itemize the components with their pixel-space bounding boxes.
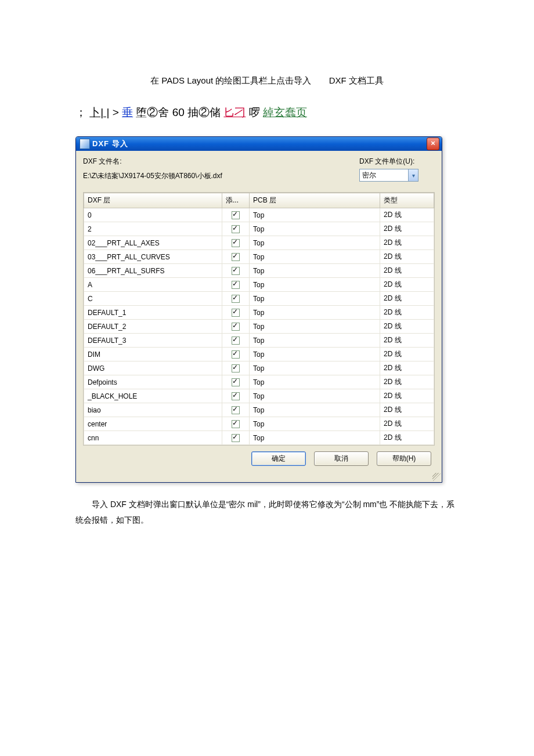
cell-add-checkbox[interactable] [222, 417, 250, 431]
cell-add-checkbox[interactable] [222, 375, 250, 389]
cell-add-checkbox[interactable] [222, 334, 250, 348]
cell-dxf-layer: 0 [84, 208, 222, 222]
col-header-add[interactable]: 添... [222, 193, 250, 208]
checkbox-icon[interactable] [232, 434, 240, 442]
cell-type[interactable]: 2D 线 [380, 375, 434, 389]
table-row[interactable]: 02___PRT_ALL_AXESTop2D 线 [84, 236, 434, 250]
cell-type[interactable]: 2D 线 [380, 222, 434, 236]
cell-type[interactable]: 2D 线 [380, 361, 434, 375]
cell-pcb-layer[interactable]: Top [250, 278, 380, 292]
cell-add-checkbox[interactable] [222, 250, 250, 264]
chevron-down-icon[interactable]: ▾ [408, 169, 418, 181]
ok-button[interactable]: 确定 [251, 451, 306, 466]
table-row[interactable]: 2Top2D 线 [84, 222, 434, 236]
table-row[interactable]: ATop2D 线 [84, 278, 434, 292]
cell-type[interactable]: 2D 线 [380, 250, 434, 264]
table-row[interactable]: 06___PRT_ALL_SURFSTop2D 线 [84, 264, 434, 278]
cell-add-checkbox[interactable] [222, 278, 250, 292]
cell-pcb-layer[interactable]: Top [250, 236, 380, 250]
checkbox-icon[interactable] [232, 267, 240, 275]
cell-pcb-layer[interactable]: Top [250, 361, 380, 375]
checkbox-icon[interactable] [232, 225, 240, 233]
cell-type[interactable]: 2D 线 [380, 334, 434, 348]
checkbox-icon[interactable] [232, 323, 240, 331]
cell-dxf-layer: DEFAULT_3 [84, 334, 222, 348]
checkbox-icon[interactable] [232, 309, 240, 317]
cell-add-checkbox[interactable] [222, 292, 250, 306]
cell-type[interactable]: 2D 线 [380, 320, 434, 334]
cell-add-checkbox[interactable] [222, 348, 250, 361]
cell-pcb-layer[interactable]: Top [250, 208, 380, 222]
cell-pcb-layer[interactable]: Top [250, 417, 380, 431]
table-row[interactable]: DWGTop2D 线 [84, 361, 434, 375]
table-row[interactable]: 0Top2D 线 [84, 208, 434, 222]
close-button[interactable]: × [427, 138, 439, 150]
checkbox-icon[interactable] [232, 364, 240, 372]
cell-type[interactable]: 2D 线 [380, 403, 434, 417]
table-row[interactable]: DEFAULT_3Top2D 线 [84, 334, 434, 348]
checkbox-icon[interactable] [232, 281, 240, 289]
cell-type[interactable]: 2D 线 [380, 417, 434, 431]
cell-add-checkbox[interactable] [222, 361, 250, 375]
cell-type[interactable]: 2D 线 [380, 278, 434, 292]
cell-type[interactable]: 2D 线 [380, 292, 434, 306]
cell-type[interactable]: 2D 线 [380, 236, 434, 250]
unit-combo[interactable]: 密尔 ▾ [359, 169, 418, 182]
table-row[interactable]: DefpointsTop2D 线 [84, 375, 434, 389]
table-row[interactable]: cnnTop2D 线 [84, 431, 434, 445]
col-header-dxf[interactable]: DXF 层 [84, 193, 222, 208]
col-header-pcb[interactable]: PCB 层 [250, 193, 380, 208]
table-row[interactable]: centerTop2D 线 [84, 417, 434, 431]
checkbox-icon[interactable] [232, 406, 240, 414]
cell-pcb-layer[interactable]: Top [250, 320, 380, 334]
cell-pcb-layer[interactable]: Top [250, 431, 380, 445]
cell-pcb-layer[interactable]: Top [250, 264, 380, 278]
col-header-type[interactable]: 类型 [380, 193, 434, 208]
cell-pcb-layer[interactable]: Top [250, 334, 380, 348]
checkbox-icon[interactable] [232, 295, 240, 303]
cell-pcb-layer[interactable]: Top [250, 306, 380, 320]
cell-add-checkbox[interactable] [222, 431, 250, 445]
cell-add-checkbox[interactable] [222, 320, 250, 334]
table-row[interactable]: DEFAULT_2Top2D 线 [84, 320, 434, 334]
table-row[interactable]: CTop2D 线 [84, 292, 434, 306]
cell-add-checkbox[interactable] [222, 403, 250, 417]
cell-add-checkbox[interactable] [222, 389, 250, 403]
checkbox-icon[interactable] [232, 253, 240, 261]
cell-type[interactable]: 2D 线 [380, 306, 434, 320]
table-row[interactable]: biaoTop2D 线 [84, 403, 434, 417]
checkbox-icon[interactable] [232, 392, 240, 400]
checkbox-icon[interactable] [232, 350, 240, 359]
cell-pcb-layer[interactable]: Top [250, 250, 380, 264]
cell-pcb-layer[interactable]: Top [250, 348, 380, 361]
cell-type[interactable]: 2D 线 [380, 208, 434, 222]
dialog-titlebar[interactable]: DXF 导入 × [76, 137, 442, 151]
cell-type[interactable]: 2D 线 [380, 431, 434, 445]
cell-type[interactable]: 2D 线 [380, 348, 434, 361]
cell-pcb-layer[interactable]: Top [250, 375, 380, 389]
cell-pcb-layer[interactable]: Top [250, 292, 380, 306]
checkbox-icon[interactable] [232, 211, 240, 219]
cell-add-checkbox[interactable] [222, 222, 250, 236]
cell-add-checkbox[interactable] [222, 236, 250, 250]
cell-add-checkbox[interactable] [222, 208, 250, 222]
cell-dxf-layer: DEFAULT_1 [84, 306, 222, 320]
checkbox-icon[interactable] [232, 239, 240, 247]
resize-grip[interactable] [76, 473, 442, 482]
cell-add-checkbox[interactable] [222, 264, 250, 278]
checkbox-icon[interactable] [232, 420, 240, 428]
cell-type[interactable]: 2D 线 [380, 389, 434, 403]
cell-pcb-layer[interactable]: Top [250, 389, 380, 403]
table-row[interactable]: 03___PRT_ALL_CURVESTop2D 线 [84, 250, 434, 264]
table-row[interactable]: DEFAULT_1Top2D 线 [84, 306, 434, 320]
table-row[interactable]: DIMTop2D 线 [84, 348, 434, 361]
checkbox-icon[interactable] [232, 337, 240, 345]
cell-pcb-layer[interactable]: Top [250, 403, 380, 417]
cell-type[interactable]: 2D 线 [380, 264, 434, 278]
table-row[interactable]: _BLACK_HOLETop2D 线 [84, 389, 434, 403]
cell-add-checkbox[interactable] [222, 306, 250, 320]
help-button[interactable]: 帮助(H) [377, 451, 431, 466]
cell-pcb-layer[interactable]: Top [250, 222, 380, 236]
cancel-button[interactable]: 取消 [314, 451, 369, 466]
checkbox-icon[interactable] [232, 378, 240, 386]
